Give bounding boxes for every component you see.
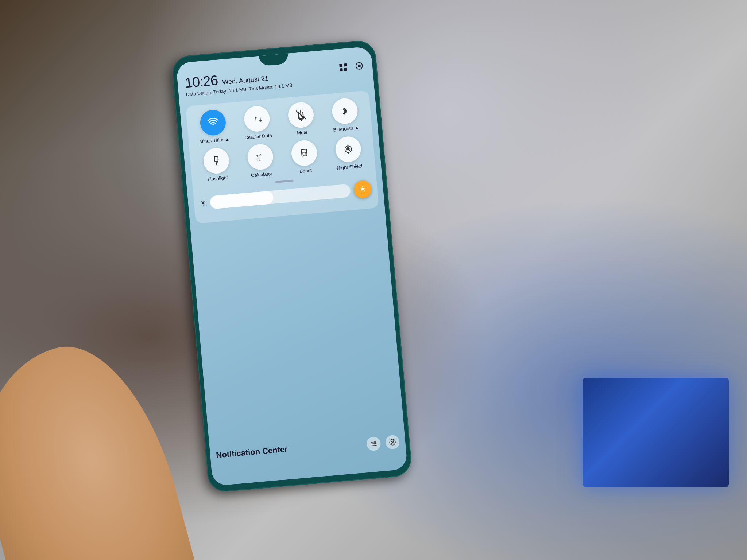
flashlight-icon-circle[interactable] [202,147,230,175]
flashlight-label: Flashlight [207,175,228,182]
quick-settings-panel: Minas Tirith ▲ ↑↓ Cellular Data [186,90,379,224]
bluetooth-label: Bluetooth ▲ [333,125,359,132]
tile-calculator[interactable]: +× ÷= Calculator [243,143,278,179]
tile-boost[interactable]: Boost [287,139,322,175]
clear-notifications-button[interactable] [385,435,400,450]
notification-center: Notification Center [216,435,400,464]
cellular-label: Cellular Data [244,132,272,140]
tile-wifi[interactable]: Minas Tirith ▲ [195,109,231,144]
brightness-fill [209,191,274,209]
bluetooth-icon-circle[interactable] [331,97,359,125]
mute-label: Mute [297,129,308,136]
tile-flashlight[interactable]: Flashlight [199,147,235,182]
notification-actions [366,435,400,451]
brightness-track[interactable] [209,184,351,209]
brightness-low-icon: ☀ [200,199,207,208]
clock-time: 10:26 [184,73,218,91]
svg-text:÷=: ÷= [256,157,262,163]
svg-text:↑↓: ↑↓ [253,113,263,124]
brightness-thumb-icon: ☀ [359,184,367,194]
tile-bluetooth[interactable]: Bluetooth ▲ [327,97,363,133]
phone-notch [259,54,289,66]
svg-rect-20 [371,443,376,444]
brightness-thumb[interactable]: ☀ [353,180,372,199]
status-bar: 10:26 Wed, August 21 Data Usage, Today: … [184,59,366,97]
night-shield-label: Night Shield [337,163,363,171]
clock-date: Wed, August 21 [222,75,269,86]
svg-point-18 [347,148,349,151]
manage-notifications-button[interactable] [366,436,381,451]
notification-center-title: Notification Center [216,444,288,460]
svg-rect-21 [371,445,377,446]
svg-rect-22 [374,441,376,443]
phone-screen: 10:26 Wed, August 21 Data Usage, Today: … [176,46,407,486]
wifi-icon-circle[interactable] [199,109,227,136]
tile-cellular[interactable]: ↑↓ Cellular Data [239,105,275,140]
boost-icon-circle[interactable] [290,139,318,167]
drag-handle [275,180,294,183]
night-shield-icon-circle[interactable] [334,135,362,163]
calculator-label: Calculator [251,171,272,178]
tile-mute[interactable]: Mute [283,101,319,137]
mute-icon-circle[interactable] [287,101,315,129]
wifi-label: Minas Tirith ▲ [199,136,230,144]
background-screen [583,378,729,487]
boost-label: Boost [299,167,312,174]
tile-night-shield[interactable]: Night Shield [330,135,366,171]
phone-device: 10:26 Wed, August 21 Data Usage, Today: … [171,39,413,493]
brightness-slider-row: ☀ ☀ [199,180,372,212]
calculator-icon-circle[interactable]: +× ÷= [246,143,274,171]
cellular-icon-circle[interactable]: ↑↓ [243,105,271,133]
svg-line-13 [302,151,305,151]
svg-rect-12 [302,152,306,156]
